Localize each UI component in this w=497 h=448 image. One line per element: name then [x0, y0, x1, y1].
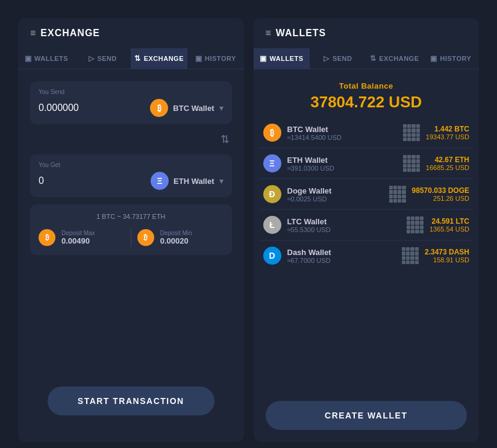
get-amount-input[interactable]	[39, 175, 111, 186]
wallet-item-balance: 42.67 ETH 16685.25 USD	[426, 156, 469, 171]
deposit-max-value: 0.00490	[61, 236, 95, 245]
wallet-item-balance: 98570.033 DOGE 251.26 USD	[412, 186, 469, 202]
wallet-list: ₿ BTC Wallet ≈13414.5400 USD 1.442 BTC 1…	[254, 118, 480, 391]
balance-usd-value: 251.26 USD	[412, 195, 469, 202]
exchange-tab-label: EXCHANGE	[144, 55, 184, 62]
wallets-tab-label: WALLETS	[34, 55, 68, 62]
wallet-item-usd: ≈391.0300 USD	[287, 165, 397, 172]
history-tab-label-r: HISTORY	[440, 55, 472, 62]
wallet-item-balance: 1.442 BTC 19343.77 USD	[426, 125, 469, 140]
exchange-tab-icon: ⇅	[134, 54, 141, 63]
send-tab-icon: ▷	[89, 54, 95, 63]
tab-wallets-right[interactable]: ▣ WALLETS	[254, 48, 310, 69]
wallet-item-info: LTC Wallet ≈55.5300 USD	[287, 217, 401, 233]
wallet-item-info: BTC Wallet ≈13414.5400 USD	[287, 125, 397, 141]
tab-send-right[interactable]: ▷ SEND	[310, 48, 366, 69]
exchange-rate-box: 1 BTC ~ 34.73177 ETH ₿ Deposit Max 0.004…	[30, 204, 232, 255]
exchange-nav-tabs: ▣ WALLETS ▷ SEND ⇅ EXCHANGE ▣ HISTORY	[18, 48, 244, 69]
wallet-coin-icon: Ð	[263, 185, 281, 203]
wallet-item-info: Dash Wallet ≈67.7000 USD	[287, 248, 396, 264]
qr-code-icon[interactable]	[389, 186, 406, 203]
wallet-list-item[interactable]: Ξ ETH Wallet ≈391.0300 USD 42.67 ETH 166…	[260, 148, 474, 179]
balance-usd-value: 16685.25 USD	[426, 164, 469, 171]
btc-coin-icon: ₿	[150, 99, 168, 117]
tab-send-left[interactable]: ▷ SEND	[75, 48, 131, 69]
wallets-hamburger-icon: ≡	[266, 28, 271, 39]
deposit-min-title: Deposit Min	[160, 230, 192, 236]
get-wallet-name: ETH Wallet	[173, 177, 214, 186]
qr-code-icon[interactable]	[403, 124, 420, 141]
send-tab-label: SEND	[97, 55, 117, 62]
wallets-tab-icon-r: ▣	[260, 54, 267, 63]
wallet-list-item[interactable]: ₿ BTC Wallet ≈13414.5400 USD 1.442 BTC 1…	[260, 118, 474, 148]
wallet-item-name: Doge Wallet	[287, 186, 383, 195]
you-send-group: You Send ₿ BTC Wallet ▾	[30, 81, 232, 124]
wallet-item-usd: ≈67.7000 USD	[287, 257, 396, 264]
wallets-tab-label-r: WALLETS	[270, 55, 304, 62]
history-tab-icon-r: ▣	[430, 54, 437, 63]
wallet-item-balance: 2.3473 DASH 158.91 USD	[425, 248, 469, 263]
tab-history-right[interactable]: ▣ HISTORY	[422, 48, 479, 69]
exchange-title: EXCHANGE	[40, 28, 100, 39]
balance-crypto-value: 1.442 BTC	[426, 125, 469, 133]
you-get-label: You Get	[39, 162, 223, 168]
send-wallet-selector[interactable]: ₿ BTC Wallet ▾	[150, 99, 223, 117]
tab-history-left[interactable]: ▣ HISTORY	[187, 48, 244, 69]
total-balance-value: 37804.722 USD	[266, 93, 467, 112]
balance-usd-value: 158.91 USD	[425, 256, 469, 263]
wallet-item-balance: 24.591 LTC 1365.54 USD	[430, 217, 469, 233]
tab-exchange-right[interactable]: ⇅ EXCHANGE	[366, 48, 423, 69]
get-wallet-selector[interactable]: Ξ ETH Wallet ▾	[151, 172, 223, 190]
balance-usd-value: 1365.54 USD	[430, 226, 469, 233]
deposit-max-btc-icon: ₿	[39, 229, 55, 246]
balance-crypto-value: 2.3473 DASH	[425, 248, 469, 256]
history-tab-label: HISTORY	[205, 55, 236, 62]
tab-wallets-left[interactable]: ▣ WALLETS	[18, 48, 75, 69]
rate-label: 1 BTC ~ 34.73177 ETH	[39, 213, 223, 220]
balance-crypto-value: 98570.033 DOGE	[412, 186, 469, 195]
deposit-min-col: Deposit Min 0.00020	[160, 230, 223, 245]
send-tab-icon-r: ▷	[324, 54, 330, 63]
wallet-list-item[interactable]: Ð Doge Wallet ≈0.0025 USD 98570.033 DOGE…	[260, 179, 474, 210]
balance-crypto-value: 24.591 LTC	[430, 217, 469, 226]
total-balance-section: Total Balance 37804.722 USD	[254, 69, 480, 118]
main-container: ≡ EXCHANGE ▣ WALLETS ▷ SEND ⇅ EXCHANGE ▣…	[6, 6, 491, 448]
eth-coin-icon: Ξ	[151, 172, 169, 190]
create-wallet-button[interactable]: CREATE WALLET	[266, 401, 467, 430]
exchange-header: ≡ EXCHANGE	[18, 18, 244, 48]
wallets-header: ≡ WALLETS	[254, 18, 480, 48]
wallet-item-info: Doge Wallet ≈0.0025 USD	[287, 186, 383, 203]
balance-usd-value: 19343.77 USD	[426, 133, 469, 140]
send-tab-label-r: SEND	[333, 55, 352, 62]
send-chevron-icon: ▾	[219, 103, 223, 113]
balance-crypto-value: 42.67 ETH	[426, 156, 469, 164]
exchange-panel: ≡ EXCHANGE ▣ WALLETS ▷ SEND ⇅ EXCHANGE ▣…	[18, 18, 244, 442]
wallet-coin-icon: ₿	[263, 124, 281, 142]
get-chevron-icon: ▾	[219, 176, 223, 186]
exchange-tab-icon-r: ⇅	[370, 54, 377, 63]
send-amount-input[interactable]	[39, 103, 111, 113]
wallet-item-name: LTC Wallet	[287, 217, 401, 226]
wallet-coin-icon: Ξ	[263, 154, 281, 172]
tab-exchange-left[interactable]: ⇅ EXCHANGE	[131, 48, 187, 69]
wallet-list-item[interactable]: D Dash Wallet ≈67.7000 USD 2.3473 DASH 1…	[260, 241, 474, 271]
wallet-item-info: ETH Wallet ≈391.0300 USD	[287, 156, 397, 172]
history-tab-icon: ▣	[195, 54, 202, 63]
wallet-item-name: ETH Wallet	[287, 156, 397, 165]
wallet-list-item[interactable]: Ł LTC Wallet ≈55.5300 USD 24.591 LTC 136…	[260, 210, 474, 241]
swap-button[interactable]: ⇅	[30, 131, 232, 147]
wallets-title: WALLETS	[276, 28, 326, 39]
deposit-max-col: Deposit Max 0.00490	[61, 230, 125, 245]
wallet-item-usd: ≈55.5300 USD	[287, 226, 401, 233]
qr-code-icon[interactable]	[403, 155, 420, 172]
wallet-item-name: BTC Wallet	[287, 125, 397, 134]
deposit-min-value: 0.00020	[160, 236, 192, 245]
exchange-tab-label-r: EXCHANGE	[379, 55, 419, 62]
start-transaction-button[interactable]: START TRANSACTION	[48, 386, 214, 415]
you-send-label: You Send	[39, 89, 223, 95]
send-wallet-name: BTC Wallet	[173, 104, 214, 113]
qr-code-icon[interactable]	[407, 216, 424, 233]
deposit-min-btc-icon: ₿	[137, 229, 154, 246]
qr-code-icon[interactable]	[402, 247, 419, 264]
wallets-nav-tabs: ▣ WALLETS ▷ SEND ⇅ EXCHANGE ▣ HISTORY	[254, 48, 480, 69]
